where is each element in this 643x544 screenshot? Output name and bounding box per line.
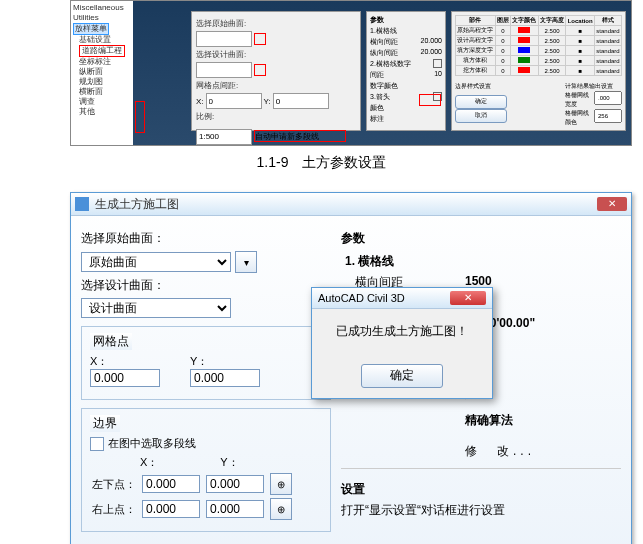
pick-polyline-label: 在图中选取多段线 [108,436,196,451]
src-surface-label: 选择原始曲面： [81,230,331,247]
panel-left: 选择原始曲面: 选择设计曲面: 网格点间距: X: Y: 比例: 自动申请新多段… [191,11,361,131]
panel-right: 部件图层文字颜色文字高度Location样式 原始高程文字02.500■stan… [451,11,626,131]
boundary-fieldset: 边界 在图中选取多段线 X： Y： 左下点： ⊕ 右上点： [81,408,331,532]
settings-text: 打开“显示设置“对话框进行设置 [341,502,621,519]
red-square-icon [254,64,266,76]
style-table: 部件图层文字颜色文字高度Location样式 原始高程文字02.500■stan… [455,15,622,76]
dialog-title: 生成土方施工图 [95,196,597,213]
success-modal: AutoCAD Civil 3D ✕ 已成功生成土方施工图！ 确定 [311,287,493,399]
tree-item-red[interactable]: 道路编工程 [79,45,125,57]
pick-icon[interactable]: ▾ [235,251,257,273]
close-icon[interactable]: ✕ [597,197,627,211]
modal-title: AutoCAD Civil 3D [318,292,450,304]
checkbox-icon[interactable] [433,59,442,68]
modal-close-icon[interactable]: ✕ [450,291,486,305]
red-marker [135,101,145,133]
picker-icon[interactable]: ⊕ [270,473,292,495]
picker-icon[interactable]: ⊕ [270,498,292,520]
lb-x-input[interactable] [142,475,200,493]
top-composite: Miscellaneous Utilities 放样菜单 基础设置 道路编工程 … [70,0,632,146]
red-square-icon [254,33,266,45]
figure-caption: 1.1-9 土方参数设置 [0,154,643,172]
panel-mid: 参数 1.横格线 横向间距20.000 纵向间距20.000 2.横格线数字 间… [366,11,446,131]
toolspace-tree: Miscellaneous Utilities 放样菜单 基础设置 道路编工程 … [71,1,133,145]
grid-x-input[interactable] [90,369,160,387]
des-surface-select[interactable]: 设计曲面 [81,298,231,318]
des-surface-label: 选择设计曲面： [81,277,331,294]
tree-highlight[interactable]: 放样菜单 [73,23,109,35]
lb-y-input[interactable] [206,475,264,493]
rt-y-input[interactable] [206,500,264,518]
src-surface-select[interactable]: 原始曲面 [81,252,231,272]
modal-titlebar[interactable]: AutoCAD Civil 3D ✕ [312,288,492,309]
tree-root: Miscellaneous Utilities [73,3,131,23]
gridpoint-fieldset: 网格点 X： Y： [81,326,331,400]
rt-x-input[interactable] [142,500,200,518]
red-box-icon [419,94,441,106]
app-icon [75,197,89,211]
main-dialog: 生成土方施工图 ✕ 选择原始曲面： 原始曲面 ▾ 选择设计曲面： 设计曲面 网格… [70,192,632,544]
pick-polyline-checkbox[interactable] [90,437,104,451]
params-header: 参数 [341,230,621,247]
modal-ok-button[interactable]: 确定 [361,364,443,388]
red-outline[interactable]: 自动申请新多段线 [254,130,346,142]
grid-y-input[interactable] [190,369,260,387]
modal-message: 已成功生成土方施工图！ [312,309,492,354]
modify-link[interactable]: 修 改... [465,443,535,460]
settings-header: 设置 [341,481,621,498]
titlebar[interactable]: 生成土方施工图 ✕ [71,193,631,216]
